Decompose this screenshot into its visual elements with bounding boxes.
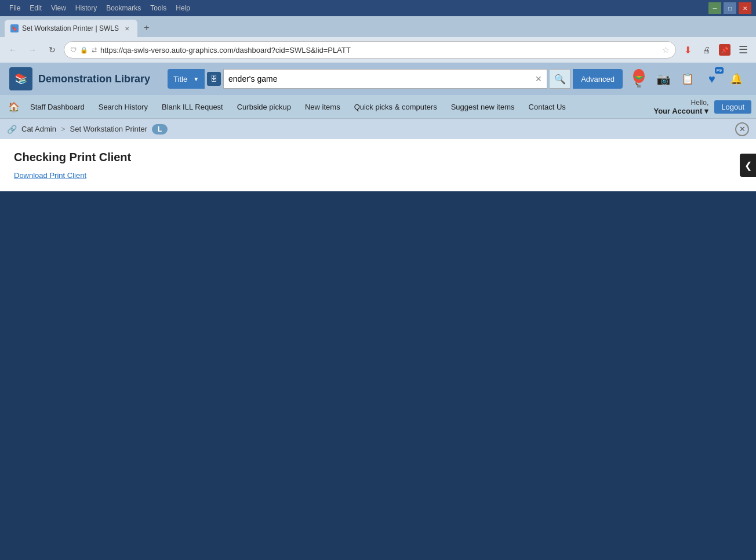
favorites-badge: F9: [715, 67, 724, 74]
menu-bookmarks[interactable]: Bookmarks: [101, 3, 146, 13]
balloon-button[interactable]: [628, 68, 649, 89]
menu-history[interactable]: History: [71, 3, 101, 13]
search-input-wrap: ✕: [223, 69, 547, 89]
search-database-icon: 🗄: [207, 72, 221, 86]
chevron-left-icon: ❮: [744, 160, 752, 171]
extension-button[interactable]: 📌: [717, 42, 733, 58]
camera-button[interactable]: 📷: [653, 68, 674, 89]
browser-chrome: 🔖 Set Workstation Printer | SWLS ✕ + ← →…: [0, 16, 756, 191]
forward-button[interactable]: →: [24, 42, 41, 58]
nav-bar: ← → ↻ 🛡 🔒 ⇄ ☆ ⬇ 🖨 �: [0, 37, 756, 63]
security-icon: 🛡: [70, 46, 77, 53]
app-title: Demonstration Library: [38, 73, 150, 85]
header-icons: 📷 📋 ♥ F9 🔔: [628, 68, 747, 89]
window-controls: ─ □ ✕: [708, 2, 751, 14]
lock-icon: 🔒: [80, 46, 88, 54]
tab-label: Set Workstation Printer | SWLS: [22, 24, 119, 32]
tab-bar: 🔖 Set Workstation Printer | SWLS ✕ +: [0, 16, 756, 37]
search-type-select[interactable]: Title ▼: [168, 69, 205, 89]
breadcrumb-bar: 🔗 Cat Admin > Set Workstation Printer L …: [0, 118, 756, 139]
menu-bar: File Edit View History Bookmarks Tools H…: [5, 3, 195, 13]
share-icon: ⇄: [92, 46, 97, 54]
chevron-down-icon: ▼: [193, 76, 199, 82]
hello-label: Hello,: [653, 99, 708, 107]
maximize-button[interactable]: □: [724, 2, 736, 14]
nav-item-new-items[interactable]: New items: [298, 95, 347, 118]
nav-item-quick-picks[interactable]: Quick picks & computers: [347, 95, 444, 118]
list-icon: 📋: [681, 72, 694, 85]
minimize-button[interactable]: ─: [708, 2, 721, 14]
nav-menu: 🏠 Staff Dashboard Search History Blank I…: [0, 95, 756, 118]
magnifier-icon: 🔍: [554, 74, 566, 85]
camera-icon: 📷: [656, 72, 671, 86]
breadcrumb-link-icon: 🔗: [7, 125, 17, 134]
breadcrumb-badge: L: [152, 124, 168, 134]
account-chevron-icon: ▾: [704, 107, 708, 115]
bell-icon: 🔔: [730, 72, 743, 85]
search-type-label: Title: [173, 75, 187, 83]
new-tab-button[interactable]: +: [139, 20, 155, 36]
your-account-label: Your Account: [653, 107, 702, 115]
account-greeting: Hello, Your Account ▾: [653, 99, 708, 115]
nav-item-blank-ill-request[interactable]: Blank ILL Request: [155, 95, 230, 118]
address-bar[interactable]: 🛡 🔒 ⇄ ☆: [64, 41, 676, 59]
browser-actions: ⬇ 🖨 📌 ☰: [679, 42, 751, 58]
search-input[interactable]: [228, 74, 532, 83]
catalog-button[interactable]: 📋: [677, 68, 698, 89]
side-panel-toggle[interactable]: ❮: [740, 154, 756, 177]
reload-button[interactable]: ↻: [44, 42, 60, 58]
nav-item-suggest-new-items[interactable]: Suggest new items: [444, 95, 522, 118]
print-button[interactable]: 🖨: [698, 42, 714, 58]
svg-rect-1: [637, 85, 641, 88]
heart-icon: ♥: [708, 72, 715, 86]
balloon-icon: [630, 68, 648, 90]
tab-close-button[interactable]: ✕: [122, 24, 132, 33]
close-icon: ✕: [739, 125, 746, 133]
download-print-client-link[interactable]: Download Print Client: [14, 171, 86, 180]
pocket-icon: ⬇: [684, 45, 692, 56]
breadcrumb-separator: >: [61, 125, 66, 133]
browser-menu-button[interactable]: ☰: [735, 42, 751, 58]
pocket-button[interactable]: ⬇: [679, 42, 696, 58]
title-bar: File Edit View History Bookmarks Tools H…: [0, 0, 756, 16]
nav-item-staff-dashboard[interactable]: Staff Dashboard: [23, 95, 92, 118]
app-content: 📚 Demonstration Library Title ▼ 🗄: [0, 63, 756, 191]
menu-tools[interactable]: Tools: [146, 3, 171, 13]
hamburger-icon: ☰: [739, 43, 748, 56]
breadcrumb-close-button[interactable]: ✕: [735, 122, 749, 136]
menu-file[interactable]: File: [5, 3, 25, 13]
print-icon: 🖨: [702, 45, 710, 54]
account-area: Hello, Your Account ▾ Logout: [653, 99, 751, 115]
app-logo: 📚: [9, 67, 32, 90]
menu-help[interactable]: Help: [171, 3, 195, 13]
nav-item-curbside-pickup[interactable]: Curbside pickup: [230, 95, 298, 118]
nav-item-search-history[interactable]: Search History: [92, 95, 155, 118]
logo-icon: 📚: [14, 72, 27, 85]
search-button[interactable]: 🔍: [550, 69, 570, 89]
menu-edit[interactable]: Edit: [25, 3, 46, 13]
page-heading: Checking Print Client: [14, 151, 742, 164]
your-account-button[interactable]: Your Account ▾: [653, 107, 708, 115]
breadcrumb-cat-admin[interactable]: Cat Admin: [21, 125, 56, 133]
menu-view[interactable]: View: [46, 3, 71, 13]
notifications-button[interactable]: 🔔: [726, 68, 747, 89]
url-input[interactable]: [100, 46, 659, 54]
favorites-button[interactable]: ♥ F9: [702, 68, 722, 89]
active-tab[interactable]: 🔖 Set Workstation Printer | SWLS ✕: [5, 20, 137, 37]
home-icon: 🏠: [8, 101, 20, 112]
back-button[interactable]: ←: [5, 42, 21, 58]
extension-icon: 📌: [719, 44, 730, 56]
tab-favicon: 🔖: [10, 24, 19, 32]
breadcrumb-set-workstation[interactable]: Set Workstation Printer: [70, 125, 147, 133]
app-header: 📚 Demonstration Library Title ▼ 🗄: [0, 63, 756, 95]
home-nav-button[interactable]: 🏠: [5, 97, 23, 116]
nav-item-contact-us[interactable]: Contact Us: [522, 95, 573, 118]
search-clear-icon[interactable]: ✕: [535, 74, 542, 83]
main-content: Checking Print Client Download Print Cli…: [0, 139, 756, 191]
search-bar: Title ▼ 🗄 ✕ 🔍: [168, 69, 623, 89]
close-button[interactable]: ✕: [739, 2, 751, 14]
logout-button[interactable]: Logout: [714, 100, 751, 114]
bookmark-star-icon[interactable]: ☆: [662, 45, 670, 54]
advanced-search-button[interactable]: Advanced: [573, 69, 623, 89]
